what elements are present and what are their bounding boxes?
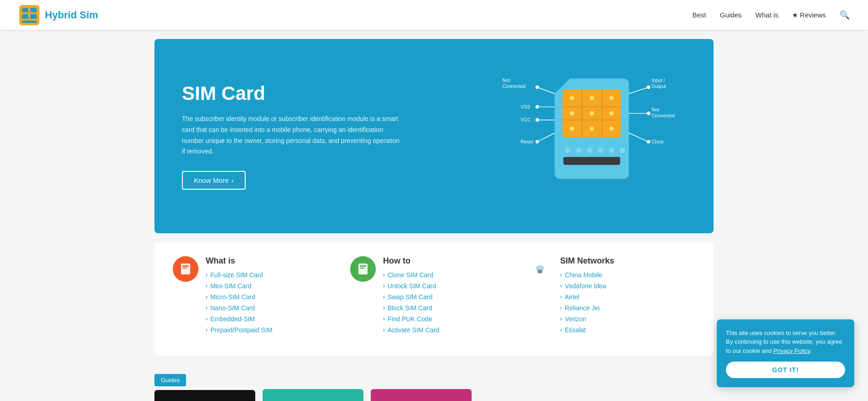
chevron-icon: › xyxy=(560,305,562,311)
chevron-icon: › xyxy=(560,316,562,322)
cookie-banner: This site uses cookies to serve you bett… xyxy=(717,319,854,388)
guide-card-2[interactable] xyxy=(263,389,363,401)
svg-rect-5 xyxy=(22,21,37,23)
svg-point-30 xyxy=(535,85,539,89)
link-activate-sim[interactable]: Activate SIM Card xyxy=(388,326,439,334)
cookie-text: This site uses cookies to serve you bett… xyxy=(726,330,842,354)
search-button[interactable]: 🔍 xyxy=(840,10,850,20)
list-item: ›Nano-SIM Card xyxy=(206,304,341,312)
list-item: ›Vodafone Idea xyxy=(560,282,695,290)
chevron-icon: › xyxy=(206,294,208,300)
link-micro-sim[interactable]: Micro-SIM Card xyxy=(210,293,255,301)
svg-text:Output: Output xyxy=(652,84,666,89)
svg-line-33 xyxy=(629,87,648,93)
list-item: ›Prepaid/Postpaid SIM xyxy=(206,326,341,334)
guide-card-1[interactable] xyxy=(154,390,255,401)
main-nav: Best Guides What is ★ Reviews 🔍 xyxy=(692,10,850,20)
networks-icon xyxy=(527,256,553,282)
list-item: ›Verizon xyxy=(560,315,695,323)
how-to-card: How to ›Clone SIM Card ›Unlock SIM Card … xyxy=(350,256,518,337)
how-to-content: How to ›Clone SIM Card ›Unlock SIM Card … xyxy=(383,256,518,337)
svg-point-19 xyxy=(570,126,575,131)
svg-text:Not: Not xyxy=(652,107,659,112)
svg-point-48 xyxy=(535,140,539,143)
svg-point-23 xyxy=(576,148,581,153)
svg-text:Connected: Connected xyxy=(652,113,675,118)
svg-point-51 xyxy=(647,140,650,143)
svg-point-27 xyxy=(620,148,625,153)
networks-card: SIM Networks ›China Mobile ›Vodafone Ide… xyxy=(527,256,695,337)
svg-rect-56 xyxy=(358,264,368,275)
svg-rect-53 xyxy=(181,264,190,275)
link-block-sim[interactable]: Block SIM Card xyxy=(388,304,432,312)
svg-point-14 xyxy=(590,96,594,100)
svg-rect-57 xyxy=(360,265,366,267)
svg-point-26 xyxy=(609,148,614,153)
guides-badge: Guides xyxy=(154,374,186,386)
svg-text:Clock: Clock xyxy=(652,139,664,144)
link-airtel[interactable]: Airtel xyxy=(565,293,579,301)
svg-text:Input /: Input / xyxy=(652,78,665,83)
guide-card-3[interactable] xyxy=(371,389,472,401)
hero-content: SIM Card The subscriber identity module … xyxy=(182,82,402,190)
link-clone-sim[interactable]: Clone SIM Card xyxy=(388,271,434,279)
chevron-icon: › xyxy=(383,294,385,300)
chevron-icon: › xyxy=(206,316,208,322)
chevron-icon: › xyxy=(206,327,208,333)
link-etisalat[interactable]: Etisalat xyxy=(565,326,586,334)
link-vodafone[interactable]: Vodafone Idea xyxy=(565,282,606,290)
networks-title: SIM Networks xyxy=(560,256,695,266)
logo[interactable]: Hybrid Sim xyxy=(18,4,98,26)
svg-line-50 xyxy=(629,133,648,142)
got-it-button[interactable]: GOT IT! xyxy=(726,362,845,378)
chevron-icon: › xyxy=(560,272,562,278)
list-item: ›Find PUK Code xyxy=(383,315,518,323)
chevron-icon: › xyxy=(383,327,385,333)
nav-guides[interactable]: Guides xyxy=(720,11,742,19)
list-item: ›Full-size SIM Card xyxy=(206,271,341,279)
link-full-sim[interactable]: Full-size SIM Card xyxy=(210,271,263,279)
svg-point-18 xyxy=(609,111,614,116)
svg-rect-58 xyxy=(360,268,364,269)
svg-rect-3 xyxy=(22,14,28,19)
link-embedded-sim[interactable]: Embedded-SIM xyxy=(210,315,255,323)
chevron-icon: › xyxy=(383,316,385,322)
list-item: ›China Mobile xyxy=(560,271,695,279)
link-swap-sim[interactable]: Swap SIM Card xyxy=(388,293,433,301)
privacy-policy-link[interactable]: Privacy Policy xyxy=(773,347,810,354)
svg-point-34 xyxy=(647,85,650,89)
nav-reviews[interactable]: ★ Reviews xyxy=(792,11,826,19)
nav-best[interactable]: Best xyxy=(692,11,706,19)
what-is-content: What is ›Full-size SIM Card ›Mini-SIM Ca… xyxy=(206,256,341,337)
guides-strip: Guides xyxy=(154,365,714,401)
chevron-icon: › xyxy=(560,283,562,289)
logo-icon xyxy=(18,4,40,26)
svg-text:Connected: Connected xyxy=(502,84,526,89)
nav-what-is[interactable]: What is xyxy=(755,11,778,19)
svg-rect-65 xyxy=(538,271,542,271)
search-icon: 🔍 xyxy=(840,11,850,20)
link-mini-sim[interactable]: Mini-SIM Card xyxy=(210,282,251,290)
link-reliance[interactable]: Reliance Jio xyxy=(565,304,599,312)
svg-point-15 xyxy=(609,96,614,100)
sim-diagram-container: Not Connected Input / Output VSS Not Con… xyxy=(494,62,686,210)
networks-links: ›China Mobile ›Vodafone Idea ›Airtel ›Re… xyxy=(560,271,695,334)
link-puk-code[interactable]: Find PUK Code xyxy=(388,315,432,323)
what-is-title: What is xyxy=(206,256,341,266)
svg-point-13 xyxy=(570,96,575,100)
list-item: ›Block SIM Card xyxy=(383,304,518,312)
svg-point-38 xyxy=(535,105,539,109)
know-more-button[interactable]: Know More › xyxy=(182,171,246,190)
link-china-mobile[interactable]: China Mobile xyxy=(565,271,602,279)
link-prepaid-sim[interactable]: Prepaid/Postpaid SIM xyxy=(210,326,272,334)
link-verizon[interactable]: Verizon xyxy=(565,315,586,323)
link-unlock-sim[interactable]: Unlock SIM Card xyxy=(388,282,436,290)
list-item: ›Activate SIM Card xyxy=(383,326,518,334)
svg-point-41 xyxy=(647,112,650,115)
svg-point-24 xyxy=(587,148,592,153)
star-icon: ★ xyxy=(792,11,798,19)
hero-description: The subscriber identity module or subscr… xyxy=(182,114,402,157)
link-nano-sim[interactable]: Nano-SIM Card xyxy=(210,304,255,312)
chevron-icon: › xyxy=(206,283,208,289)
svg-point-17 xyxy=(590,111,594,116)
